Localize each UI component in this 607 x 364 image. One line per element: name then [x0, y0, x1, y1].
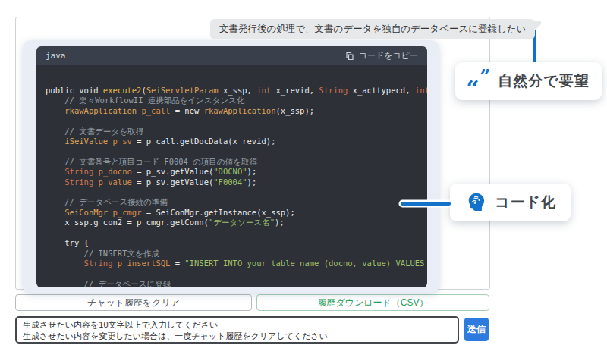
code-line: iSeiValue p_sv = p_call.getDocData(x_rev… — [46, 136, 427, 146]
code-line: // 文書データを取得 — [46, 127, 427, 136]
code-line: String p_value = p_sv.getValue("F0004"); — [46, 177, 427, 187]
code-line — [46, 268, 427, 278]
request-annotation-label: 自然分で要望 — [498, 71, 589, 91]
code-line — [46, 146, 427, 156]
code-line: // 文書番号と項目コード F0004 の項目の値を取得 — [46, 157, 427, 167]
quote-icon: “” — [467, 71, 490, 92]
code-line: // データベースに登録 — [46, 279, 427, 287]
clear-history-button[interactable]: チャット履歴をクリア — [15, 294, 252, 311]
code-line: String p_docno = p_sv.getValue("DOCNO"); — [46, 167, 427, 177]
code-line: public void execute2(SeiServletParam x_s… — [46, 86, 427, 96]
code-line — [46, 187, 427, 197]
code-line: // 楽々WorkflowII 連携部品をインスタンス化 — [46, 96, 427, 105]
code-line: rkawApplication p_call = new rkawApplica… — [46, 106, 427, 116]
ai-head-icon — [464, 191, 487, 214]
code-line — [46, 116, 427, 126]
send-button[interactable]: 送信 — [464, 318, 489, 341]
code-line — [46, 228, 427, 238]
codify-annotation-card: コード化 — [450, 184, 571, 221]
code-card: java コードをコピー public void execute2(SeiSer… — [23, 40, 439, 293]
code-body[interactable]: public void execute2(SeiServletParam x_s… — [36, 65, 427, 287]
chat-input-placeholder-line-2: 生成させたい内容を変更したい場合は、一度チャット履歴をクリアしてください — [23, 331, 451, 342]
code-line: // INSERT文を作成 — [46, 249, 427, 259]
chat-input-placeholder-line-1: 生成させたい内容を10文字以上で入力してください — [23, 319, 451, 331]
copy-code-label: コードをコピー — [359, 50, 418, 61]
code-language-label: java — [46, 51, 66, 61]
download-csv-button[interactable]: 履歴ダウンロード（CSV） — [256, 294, 489, 311]
code-line: // データベース接続の準備 — [46, 197, 427, 207]
page: 文書発行後の処理で、文書のデータを独自のデータベースに登録したい java コー… — [0, 0, 607, 364]
code-header: java コードをコピー — [36, 46, 427, 65]
code-line: try { — [46, 238, 427, 248]
request-annotation-card: “” 自然分で要望 — [455, 62, 602, 100]
code-line: String p_insertSQL = "INSERT INTO your_t… — [46, 259, 427, 268]
copy-code-button[interactable]: コードをコピー — [345, 50, 418, 61]
copy-icon — [345, 52, 354, 61]
chat-input[interactable]: 生成させたい内容を10文字以上で入力してください 生成させたい内容を変更したい場… — [15, 316, 459, 344]
code-line: SeiConMgr p_cmgr = SeiConMgr.getInstance… — [46, 208, 427, 218]
connector-line — [401, 202, 451, 206]
codify-annotation-label: コード化 — [495, 193, 556, 212]
code-line: x_ssp.g_con2 = p_cmgr.getConn("データソース名")… — [46, 218, 427, 228]
user-message-bubble: 文書発行後の処理で、文書のデータを独自のデータベースに登録したい — [210, 19, 535, 39]
